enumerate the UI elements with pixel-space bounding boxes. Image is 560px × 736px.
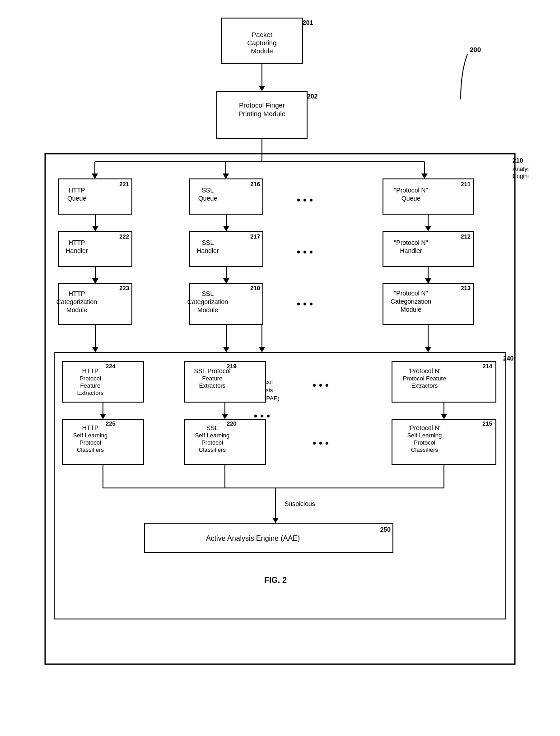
protocol-fp-label: Protocol Finger <box>239 101 285 109</box>
ssl-queue-label: SSL <box>202 187 214 194</box>
svg-text:Printing Module: Printing Module <box>238 110 285 117</box>
dots-pae-class: • • • <box>313 437 328 449</box>
ref-201: 201 <box>303 19 313 26</box>
ref-212: 212 <box>461 233 471 240</box>
http-classifier-label: HTTP <box>82 424 99 431</box>
ref-217: 217 <box>250 233 260 240</box>
protn-queue-label: "Protocol N" <box>394 187 428 194</box>
svg-text:Handler: Handler <box>65 247 88 254</box>
diagram-svg: Packet Capturing Module 201 Protocol Fin… <box>32 9 528 714</box>
http-queue-label: HTTP <box>69 187 85 194</box>
dots-top-row3: • • • <box>297 298 313 309</box>
svg-text:Feature: Feature <box>80 382 101 389</box>
ref-222: 222 <box>119 233 129 240</box>
ref-240: 240 <box>503 355 514 362</box>
svg-text:Module: Module <box>66 306 87 314</box>
diagram-container: Packet Capturing Module 201 Protocol Fin… <box>23 9 537 714</box>
ref-215: 215 <box>482 420 492 427</box>
ref-214: 214 <box>482 363 492 370</box>
svg-text:Protocol: Protocol <box>79 375 101 382</box>
ref-250: 250 <box>380 526 391 533</box>
ref-213: 213 <box>461 285 471 291</box>
dots-pae-feat: • • • <box>313 380 328 391</box>
ref-224: 224 <box>106 363 116 370</box>
svg-text:Categorization: Categorization <box>391 298 431 305</box>
fig-label: FIG. 2 <box>264 576 287 585</box>
protn-handler-label: "Protocol N" <box>394 239 428 246</box>
http-handler-label: HTTP <box>69 239 85 246</box>
packet-capturing-label: Packet <box>252 31 273 38</box>
analysis-engine-label: Analysis <box>513 165 528 172</box>
ssl-categ-label: SSL <box>202 290 214 297</box>
svg-text:Protocol: Protocol <box>414 439 435 446</box>
aae-label: Active Analysis Engine (AAE) <box>206 534 300 542</box>
protn-classifier-label: "Protocol N" <box>407 424 441 431</box>
http-categ-label: HTTP <box>69 290 85 297</box>
svg-text:Self Learning: Self Learning <box>407 432 442 439</box>
ssl-classifier-label: SSL <box>206 424 219 431</box>
svg-rect-67 <box>62 419 144 464</box>
svg-text:Module: Module <box>251 47 273 55</box>
svg-rect-76 <box>184 419 266 464</box>
svg-marker-4 <box>259 86 265 91</box>
ref-220: 220 <box>227 420 237 427</box>
ref-221: 221 <box>119 181 129 188</box>
svg-text:Extractors: Extractors <box>199 382 226 389</box>
svg-text:Queue: Queue <box>401 195 420 202</box>
svg-rect-39 <box>383 179 473 214</box>
svg-text:Categorization: Categorization <box>187 298 228 305</box>
svg-text:Module: Module <box>197 306 218 314</box>
svg-text:Extractors: Extractors <box>411 382 438 389</box>
svg-text:Protocol Feature: Protocol Feature <box>403 375 446 382</box>
ref-216: 216 <box>250 181 260 188</box>
ssl-handler-label: SSL <box>202 239 214 246</box>
svg-text:Classifiers: Classifiers <box>77 446 104 453</box>
ref-218: 218 <box>250 285 260 291</box>
svg-text:Classifiers: Classifiers <box>411 446 438 453</box>
svg-text:Classifiers: Classifiers <box>199 446 226 453</box>
svg-text:Protocol: Protocol <box>79 439 101 446</box>
ref-202: 202 <box>307 93 318 100</box>
dots-top-row2: • • • <box>297 246 313 258</box>
svg-text:Extractors: Extractors <box>77 389 104 396</box>
svg-text:Queue: Queue <box>67 195 86 202</box>
svg-text:Self Learning: Self Learning <box>73 432 108 439</box>
ref-200: 200 <box>470 46 481 53</box>
ssl-feature-label: SSL Protocol <box>194 367 230 375</box>
svg-text:Self Learning: Self Learning <box>195 432 230 439</box>
dots-top-row1: • • • <box>297 194 313 206</box>
svg-text:Engine: Engine <box>513 173 528 179</box>
http-feature-label: HTTP <box>82 367 99 375</box>
ref-223: 223 <box>119 285 129 291</box>
svg-text:Module: Module <box>401 306 421 313</box>
protn-feature-label: "Protocol N" <box>407 367 441 375</box>
ref-210: 210 <box>513 157 523 164</box>
ref-211: 211 <box>461 181 471 188</box>
svg-text:Handler: Handler <box>400 247 422 254</box>
svg-rect-43 <box>383 231 473 267</box>
suspicious-label: Suspicious <box>285 500 315 507</box>
ref-225: 225 <box>106 420 116 427</box>
svg-text:Feature: Feature <box>202 375 223 382</box>
svg-text:Handler: Handler <box>196 247 219 254</box>
svg-text:Categorization: Categorization <box>56 298 97 305</box>
svg-text:Capturing: Capturing <box>247 39 276 47</box>
protn-categ-label: "Protocol N" <box>394 290 428 297</box>
svg-text:Queue: Queue <box>198 195 217 202</box>
ref-219: 219 <box>227 363 237 370</box>
svg-text:Protocol: Protocol <box>201 439 223 446</box>
